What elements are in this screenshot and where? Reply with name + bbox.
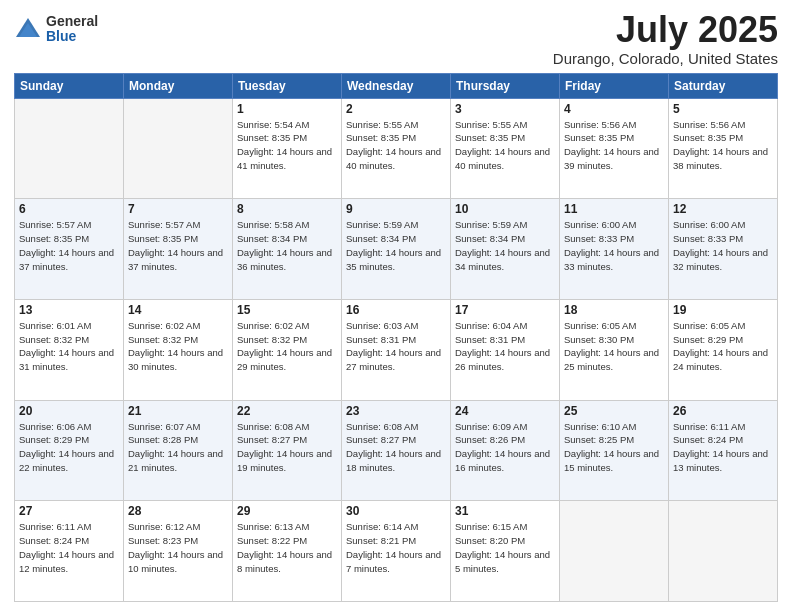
day-info: Sunrise: 5:55 AMSunset: 8:35 PMDaylight:… [346,118,446,173]
calendar-header-row: SundayMondayTuesdayWednesdayThursdayFrid… [15,73,778,98]
header: General Blue July 2025 Durango, Colorado… [14,10,778,67]
calendar-cell: 20Sunrise: 6:06 AMSunset: 8:29 PMDayligh… [15,400,124,501]
calendar-cell: 15Sunrise: 6:02 AMSunset: 8:32 PMDayligh… [233,299,342,400]
calendar-cell: 11Sunrise: 6:00 AMSunset: 8:33 PMDayligh… [560,199,669,300]
day-info: Sunrise: 6:00 AMSunset: 8:33 PMDaylight:… [673,218,773,273]
day-info: Sunrise: 6:09 AMSunset: 8:26 PMDaylight:… [455,420,555,475]
day-number: 11 [564,202,664,216]
day-info: Sunrise: 6:08 AMSunset: 8:27 PMDaylight:… [346,420,446,475]
calendar-cell: 7Sunrise: 5:57 AMSunset: 8:35 PMDaylight… [124,199,233,300]
day-info: Sunrise: 5:58 AMSunset: 8:34 PMDaylight:… [237,218,337,273]
calendar-cell: 9Sunrise: 5:59 AMSunset: 8:34 PMDaylight… [342,199,451,300]
logo-blue: Blue [46,29,98,44]
day-info: Sunrise: 5:55 AMSunset: 8:35 PMDaylight:… [455,118,555,173]
calendar-cell: 30Sunrise: 6:14 AMSunset: 8:21 PMDayligh… [342,501,451,602]
calendar-week-4: 20Sunrise: 6:06 AMSunset: 8:29 PMDayligh… [15,400,778,501]
day-number: 6 [19,202,119,216]
calendar-cell: 29Sunrise: 6:13 AMSunset: 8:22 PMDayligh… [233,501,342,602]
calendar-cell: 5Sunrise: 5:56 AMSunset: 8:35 PMDaylight… [669,98,778,199]
calendar-cell: 22Sunrise: 6:08 AMSunset: 8:27 PMDayligh… [233,400,342,501]
main-title: July 2025 [553,10,778,50]
calendar-cell [560,501,669,602]
day-number: 1 [237,102,337,116]
day-info: Sunrise: 6:06 AMSunset: 8:29 PMDaylight:… [19,420,119,475]
day-info: Sunrise: 5:59 AMSunset: 8:34 PMDaylight:… [346,218,446,273]
day-number: 12 [673,202,773,216]
day-info: Sunrise: 5:54 AMSunset: 8:35 PMDaylight:… [237,118,337,173]
calendar-cell: 18Sunrise: 6:05 AMSunset: 8:30 PMDayligh… [560,299,669,400]
calendar-cell: 8Sunrise: 5:58 AMSunset: 8:34 PMDaylight… [233,199,342,300]
calendar-header-sunday: Sunday [15,73,124,98]
day-number: 20 [19,404,119,418]
day-number: 25 [564,404,664,418]
day-number: 4 [564,102,664,116]
day-info: Sunrise: 6:04 AMSunset: 8:31 PMDaylight:… [455,319,555,374]
day-number: 10 [455,202,555,216]
day-info: Sunrise: 6:02 AMSunset: 8:32 PMDaylight:… [237,319,337,374]
day-number: 2 [346,102,446,116]
calendar-cell: 10Sunrise: 5:59 AMSunset: 8:34 PMDayligh… [451,199,560,300]
day-info: Sunrise: 5:57 AMSunset: 8:35 PMDaylight:… [128,218,228,273]
calendar-cell: 25Sunrise: 6:10 AMSunset: 8:25 PMDayligh… [560,400,669,501]
calendar-cell: 26Sunrise: 6:11 AMSunset: 8:24 PMDayligh… [669,400,778,501]
day-number: 27 [19,504,119,518]
day-info: Sunrise: 6:11 AMSunset: 8:24 PMDaylight:… [19,520,119,575]
day-number: 22 [237,404,337,418]
day-number: 17 [455,303,555,317]
day-info: Sunrise: 5:57 AMSunset: 8:35 PMDaylight:… [19,218,119,273]
day-number: 3 [455,102,555,116]
day-info: Sunrise: 6:02 AMSunset: 8:32 PMDaylight:… [128,319,228,374]
day-number: 5 [673,102,773,116]
calendar-cell: 2Sunrise: 5:55 AMSunset: 8:35 PMDaylight… [342,98,451,199]
day-info: Sunrise: 6:05 AMSunset: 8:30 PMDaylight:… [564,319,664,374]
calendar-header-saturday: Saturday [669,73,778,98]
day-number: 9 [346,202,446,216]
calendar-header-friday: Friday [560,73,669,98]
day-info: Sunrise: 6:08 AMSunset: 8:27 PMDaylight:… [237,420,337,475]
day-number: 21 [128,404,228,418]
day-info: Sunrise: 6:13 AMSunset: 8:22 PMDaylight:… [237,520,337,575]
day-info: Sunrise: 6:14 AMSunset: 8:21 PMDaylight:… [346,520,446,575]
calendar-cell [124,98,233,199]
calendar-cell: 16Sunrise: 6:03 AMSunset: 8:31 PMDayligh… [342,299,451,400]
calendar-cell: 17Sunrise: 6:04 AMSunset: 8:31 PMDayligh… [451,299,560,400]
day-number: 15 [237,303,337,317]
day-info: Sunrise: 5:56 AMSunset: 8:35 PMDaylight:… [673,118,773,173]
day-number: 7 [128,202,228,216]
calendar-header-thursday: Thursday [451,73,560,98]
day-number: 28 [128,504,228,518]
logo-general: General [46,14,98,29]
calendar-header-monday: Monday [124,73,233,98]
logo-text: General Blue [46,14,98,45]
day-info: Sunrise: 6:12 AMSunset: 8:23 PMDaylight:… [128,520,228,575]
calendar-week-2: 6Sunrise: 5:57 AMSunset: 8:35 PMDaylight… [15,199,778,300]
calendar-header-wednesday: Wednesday [342,73,451,98]
day-info: Sunrise: 6:07 AMSunset: 8:28 PMDaylight:… [128,420,228,475]
calendar-cell: 19Sunrise: 6:05 AMSunset: 8:29 PMDayligh… [669,299,778,400]
calendar-header-tuesday: Tuesday [233,73,342,98]
day-number: 16 [346,303,446,317]
day-info: Sunrise: 6:10 AMSunset: 8:25 PMDaylight:… [564,420,664,475]
logo: General Blue [14,14,98,45]
day-number: 18 [564,303,664,317]
page: General Blue July 2025 Durango, Colorado… [0,0,792,612]
calendar-cell: 6Sunrise: 5:57 AMSunset: 8:35 PMDaylight… [15,199,124,300]
day-info: Sunrise: 6:05 AMSunset: 8:29 PMDaylight:… [673,319,773,374]
day-number: 23 [346,404,446,418]
calendar-cell: 24Sunrise: 6:09 AMSunset: 8:26 PMDayligh… [451,400,560,501]
day-info: Sunrise: 6:01 AMSunset: 8:32 PMDaylight:… [19,319,119,374]
calendar-cell: 1Sunrise: 5:54 AMSunset: 8:35 PMDaylight… [233,98,342,199]
calendar-week-3: 13Sunrise: 6:01 AMSunset: 8:32 PMDayligh… [15,299,778,400]
day-info: Sunrise: 6:03 AMSunset: 8:31 PMDaylight:… [346,319,446,374]
calendar-cell [15,98,124,199]
day-number: 30 [346,504,446,518]
logo-icon [14,15,42,43]
day-info: Sunrise: 5:59 AMSunset: 8:34 PMDaylight:… [455,218,555,273]
day-number: 19 [673,303,773,317]
calendar-cell: 23Sunrise: 6:08 AMSunset: 8:27 PMDayligh… [342,400,451,501]
subtitle: Durango, Colorado, United States [553,50,778,67]
calendar-cell: 31Sunrise: 6:15 AMSunset: 8:20 PMDayligh… [451,501,560,602]
calendar-cell: 13Sunrise: 6:01 AMSunset: 8:32 PMDayligh… [15,299,124,400]
day-info: Sunrise: 6:00 AMSunset: 8:33 PMDaylight:… [564,218,664,273]
day-number: 8 [237,202,337,216]
